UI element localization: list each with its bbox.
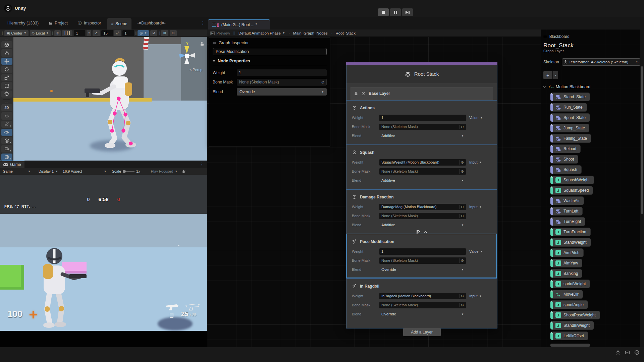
blackboard-variable[interactable]: .f AimYaw bbox=[550, 259, 582, 267]
snap-increment-button[interactable]: ┃┃┃ bbox=[62, 30, 73, 36]
rotate-snap-field[interactable]: 15 bbox=[101, 30, 113, 36]
weight-mode-dropdown[interactable]: Input▼ bbox=[469, 294, 482, 298]
layers-overlay-button[interactable]: ▼ bbox=[1, 137, 12, 144]
status-check-icon[interactable] bbox=[634, 350, 639, 355]
blackboard-variable[interactable]: .f MoveDir bbox=[550, 290, 583, 299]
object-picker-icon[interactable]: ⊙ bbox=[636, 60, 639, 64]
base-layer-row[interactable]: Base Layer bbox=[351, 87, 493, 100]
move-tool-button[interactable] bbox=[1, 58, 12, 65]
breadcrumb-main-graph[interactable]: Main_Graph_Nodes bbox=[293, 31, 328, 35]
scene-visibility-toggle[interactable]: ◎▼ bbox=[138, 30, 149, 36]
blackboard-variable[interactable]: .f LeftIkOffset bbox=[550, 331, 588, 340]
toolbar-grip[interactable]: || bbox=[159, 31, 160, 35]
scale-knob[interactable] bbox=[123, 170, 126, 173]
blackboard-variable[interactable]: .f ShootPoseWeight bbox=[550, 311, 600, 319]
blend-dropdown[interactable]: Additive▼ bbox=[379, 223, 466, 227]
blackboard-variable[interactable]: .f Squash bbox=[550, 165, 582, 174]
move-snap-button[interactable]: ⤢ bbox=[114, 30, 121, 36]
blend-dropdown[interactable]: Additive▼ bbox=[379, 134, 466, 138]
game-more-menu-icon[interactable]: ⋮ bbox=[198, 162, 206, 167]
panel-grip[interactable]: == bbox=[213, 41, 216, 45]
blackboard-variable[interactable]: .f Jump_State bbox=[550, 124, 589, 132]
weight-field[interactable]: InRagdoll (Motion Blackboard)⊙ bbox=[379, 293, 466, 299]
game-tab[interactable]: Game bbox=[0, 161, 24, 168]
bone-mask-field[interactable]: None (Skeleton Mask)⊙ bbox=[379, 124, 466, 130]
root-stack-node[interactable]: Root Stack Base Layer bbox=[346, 62, 497, 328]
toolbar-grip[interactable]: || bbox=[52, 31, 53, 35]
game-viewport[interactable]: ⌄ 06:580 bbox=[0, 175, 207, 347]
pivot-mode-dropdown[interactable]: ▣Center▼ bbox=[4, 30, 28, 36]
display-dropdown[interactable]: Display 1▼ bbox=[39, 169, 58, 173]
rotate-snap-button[interactable]: ∠ bbox=[93, 30, 100, 36]
blackboard-variable[interactable]: .f StandWeight bbox=[550, 238, 591, 247]
blackboard-variable[interactable]: .f Falling_State bbox=[550, 134, 591, 143]
blackboard-variable[interactable]: .f Sprint_State bbox=[550, 113, 590, 122]
projection-label[interactable]: < Persp bbox=[190, 68, 202, 72]
weight-input[interactable]: 1 bbox=[237, 69, 327, 76]
scene-camera-toggle[interactable]: ⊘ bbox=[150, 30, 157, 36]
blackboard-variable[interactable]: .f TurnRight bbox=[550, 217, 585, 226]
node-name-field[interactable]: Pose Modification bbox=[213, 48, 327, 55]
2d-toggle-button[interactable]: 2D bbox=[1, 104, 12, 111]
rotate-tool-button[interactable] bbox=[1, 66, 12, 73]
blackboard-variable[interactable]: .f TurnLeft bbox=[550, 207, 583, 216]
object-picker-icon[interactable]: ⊙ bbox=[459, 169, 464, 174]
layer-section[interactable]: In Ragdoll Weight InRagdoll (Motion Blac… bbox=[346, 278, 497, 323]
node-properties-foldout[interactable]: Node Properties bbox=[213, 59, 327, 66]
breadcrumb-phase[interactable]: Default Animation Phase▼ bbox=[238, 31, 285, 35]
blackboard-variable[interactable]: .f SquashWeight bbox=[550, 176, 594, 184]
breadcrumb-root-stack[interactable]: Root_Stack bbox=[336, 31, 356, 35]
aspect-dropdown[interactable]: 16:9 Aspect▼ bbox=[63, 169, 106, 173]
gizmo-toggle-1[interactable]: ⊕ bbox=[161, 30, 168, 36]
blackboard-variable[interactable]: .f Stand_State bbox=[550, 93, 590, 101]
step-button[interactable] bbox=[402, 8, 413, 16]
transform-tool-button[interactable] bbox=[1, 90, 12, 98]
layer-section[interactable]: Damage Reaction Weight DamageMag (Motion… bbox=[346, 189, 497, 234]
game-target-dropdown[interactable]: Game▼ bbox=[3, 169, 31, 173]
layer-section[interactable]: Pose Modification Weight 1⊙ Value▼ Bone … bbox=[346, 234, 497, 278]
blackboard-variable[interactable]: .f SquashSpeed bbox=[550, 186, 593, 195]
move-snap-field[interactable]: 1 bbox=[122, 30, 134, 36]
weight-field[interactable]: DamageMag (Motion Blackboard)⊙ bbox=[379, 204, 466, 210]
blackboard-variable[interactable]: .f Shoot bbox=[550, 155, 578, 164]
message-icon[interactable] bbox=[625, 350, 630, 355]
debug-bug-icon[interactable] bbox=[181, 169, 186, 174]
object-picker-icon[interactable]: ⊙ bbox=[459, 258, 464, 263]
add-variable-button[interactable]: + bbox=[543, 71, 552, 79]
object-picker-icon[interactable]: ⊙ bbox=[321, 80, 324, 84]
blackboard-variable[interactable]: .f Banking bbox=[550, 269, 582, 278]
bone-mask-field[interactable]: None (Skeleton Mask)⊙ bbox=[379, 302, 466, 308]
view-tool-button[interactable] bbox=[1, 41, 12, 48]
blend-dropdown[interactable]: Override▼ bbox=[237, 88, 327, 96]
selection-mini-toolbar[interactable] bbox=[416, 230, 428, 234]
camera-overlay-button[interactable]: ▼ bbox=[1, 145, 12, 152]
grid-size-dropdown[interactable]: ▼ bbox=[87, 30, 91, 36]
preview-button[interactable]: ▶ Preview bbox=[210, 31, 230, 35]
weight-mode-dropdown[interactable]: Input▼ bbox=[469, 160, 482, 164]
bone-mask-field[interactable]: None (Skeleton Mask)⊙ bbox=[379, 168, 466, 175]
weight-field[interactable]: SquashWeight (Motion Blackboard)⊙ bbox=[379, 159, 466, 166]
weight-mode-dropdown[interactable]: Value▼ bbox=[469, 249, 483, 253]
collab-bug-icon[interactable] bbox=[615, 350, 621, 355]
add-layer-button[interactable]: Add a Layer bbox=[403, 328, 441, 336]
add-variable-dropdown[interactable]: ▼ bbox=[553, 71, 558, 79]
blackboard-variable[interactable]: .f Run_State bbox=[550, 103, 587, 112]
effects-toggle-button[interactable]: ▼ bbox=[1, 121, 12, 128]
lock-icon[interactable] bbox=[200, 42, 204, 46]
blackboard-variable[interactable]: .f sprintWeight bbox=[550, 280, 590, 288]
tools-grip[interactable]: == bbox=[5, 38, 9, 40]
bone-mask-field[interactable]: None (Skeleton Mask)⊙ bbox=[379, 257, 466, 264]
root-stack-header[interactable]: Root Stack bbox=[346, 65, 497, 83]
weight-mode-dropdown[interactable]: Input▼ bbox=[469, 205, 482, 209]
grid-snap-button[interactable]: # bbox=[54, 30, 60, 36]
object-picker-icon[interactable]: ⊙ bbox=[459, 205, 464, 209]
scrollbar-thumb[interactable] bbox=[641, 66, 643, 214]
tab-scene[interactable]: #Scene bbox=[107, 18, 131, 29]
object-picker-icon[interactable]: ⊙ bbox=[459, 303, 464, 307]
blackboard-variable[interactable]: .f StandIkWeight bbox=[550, 321, 594, 330]
tab-hierarchy[interactable]: Hierarchy (1333) bbox=[3, 18, 43, 28]
play-focused-dropdown[interactable]: Play Focused▼ bbox=[151, 169, 178, 173]
orientation-dropdown[interactable]: ◇Local▼ bbox=[30, 30, 51, 36]
scene-viewport[interactable]: == == 2D ▼ ▼ ▼ ▼ bbox=[0, 37, 207, 161]
blackboard-scrollbar[interactable] bbox=[640, 29, 644, 347]
